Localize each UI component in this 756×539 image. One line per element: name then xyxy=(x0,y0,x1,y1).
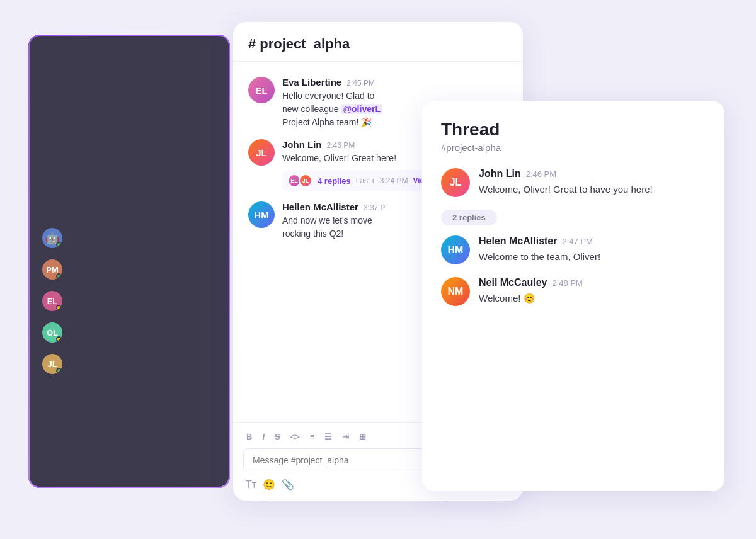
thread-time-john: 2:46 PM xyxy=(526,169,556,179)
msg-author-hellen: Hellen McAllister xyxy=(282,201,358,212)
format-button[interactable]: ⊞ xyxy=(356,430,369,443)
avatar-eva: EL xyxy=(248,77,275,103)
avatar-john-dm: JL xyxy=(42,354,62,374)
chat-channel-name: # project_alpha xyxy=(248,36,508,52)
hash-icon: # xyxy=(49,109,54,120)
thread-message-john: JL John Lin 2:46 PM Welcome, Oliver! Gre… xyxy=(441,168,706,197)
sidebar-item-development[interactable]: 🔒 development xyxy=(35,127,224,151)
thread-panel: Thread #project-alpha JL John Lin 2:46 P… xyxy=(422,101,724,491)
avatar-john-msg: JL xyxy=(248,139,275,166)
status-dot-oliver xyxy=(56,336,62,342)
dm-chevron-icon[interactable]: ▾ xyxy=(42,205,46,212)
dm-item-eve[interactable]: EL Eve Libertine xyxy=(28,285,230,317)
sidebar: ☰ All unreads ▾ CHANNELS ⊕ # project_alp… xyxy=(28,35,230,488)
mention-oliver: @oliverL xyxy=(341,104,382,114)
status-dot-eve xyxy=(56,305,62,310)
thread-message-neil: NM Neil McCauley 2:48 PM Welcome! 😊 xyxy=(441,277,706,306)
avatar-eve: EL xyxy=(42,291,62,311)
hamburger-icon[interactable]: ☰ xyxy=(42,50,52,64)
thread-text-helen: Welcome to the team, Oliver! xyxy=(479,249,706,264)
emoji-button[interactable]: 🙂 xyxy=(263,479,275,491)
avatar-hellen: HM xyxy=(248,201,275,228)
msg-author-john: John Lin xyxy=(282,139,322,150)
msg-time-hellen: 3:37 P xyxy=(364,203,386,212)
chat-header: # project_alpha xyxy=(233,22,523,62)
thread-last-time: 3:24 PM xyxy=(380,176,408,185)
msg-author-eva: Eva Libertine xyxy=(282,77,341,88)
sidebar-divider xyxy=(42,185,216,186)
thread-message-helen: HM Helen McAllister 2:47 PM Welcome to t… xyxy=(441,235,706,264)
replies-divider: 2 replies xyxy=(441,210,706,225)
status-dot-john xyxy=(56,368,62,373)
thread-text-john: Welcome, Oliver! Great to have you here! xyxy=(479,182,706,196)
channels-label: ▾ CHANNELS xyxy=(42,84,96,93)
status-dot-pumblebot xyxy=(56,242,62,247)
thread-msg-content-neil: Neil McCauley 2:48 PM Welcome! 😊 xyxy=(479,277,706,306)
status-dot-philip xyxy=(56,273,62,279)
dm-section-header: ▾ DIRECT MESSAGES ⊕ xyxy=(28,196,230,220)
italic-button[interactable]: I xyxy=(259,430,268,443)
hash-icon-2: # xyxy=(49,157,54,169)
sidebar-item-project-alpha[interactable]: # project_alpha xyxy=(35,103,224,127)
avatar-oliver: OL xyxy=(42,322,62,343)
ul-button[interactable]: ☰ xyxy=(321,430,335,443)
avatar-helen-thread: HM xyxy=(441,235,470,264)
attach-button[interactable]: 📎 xyxy=(282,479,294,491)
thread-panel-channel: #project-alpha xyxy=(441,142,706,153)
strikethrough-button[interactable]: S xyxy=(272,430,284,443)
thread-avatars: EL JL xyxy=(287,174,312,188)
dm-item-oliver[interactable]: OL Oliver Lee xyxy=(28,317,230,348)
msg-time-eva: 2:45 PM xyxy=(346,79,375,88)
add-channel-icon[interactable]: ⊕ xyxy=(207,81,216,95)
thread-time-neil: 2:48 PM xyxy=(552,278,582,288)
thread-panel-title: Thread xyxy=(441,120,706,140)
dm-item-john[interactable]: JL John Lin xyxy=(28,348,230,380)
indent-button[interactable]: ⇥ xyxy=(339,430,352,443)
channels-section-header: ▾ CHANNELS ⊕ xyxy=(28,76,230,100)
thread-author-helen: Helen McAllister xyxy=(479,235,557,247)
dm-item-philip[interactable]: PM Philip Mccoy xyxy=(28,254,230,285)
thread-replies-count: 4 replies xyxy=(318,176,351,186)
avatar-neil-thread: NM xyxy=(441,277,470,306)
thread-text-neil: Welcome! 😊 xyxy=(479,291,706,305)
thread-msg-content-john: John Lin 2:46 PM Welcome, Oliver! Great … xyxy=(479,168,706,197)
sidebar-header: ☰ All unreads xyxy=(28,50,230,76)
dm-label: ▾ DIRECT MESSAGES xyxy=(42,203,132,212)
code-button[interactable]: <> xyxy=(287,430,303,443)
dm-item-pumblebot[interactable]: 🤖 Pumblebot xyxy=(28,222,230,254)
replies-count-badge: 2 replies xyxy=(441,210,497,225)
ol-button[interactable]: ≡ xyxy=(307,430,318,443)
channel-hash-icon: # xyxy=(248,36,256,52)
add-dm-icon[interactable]: ⊕ xyxy=(207,201,216,215)
bold-button[interactable]: B xyxy=(243,430,255,443)
thread-last-label: Last r xyxy=(356,176,375,185)
thread-msg-content-helen: Helen McAllister 2:47 PM Welcome to the … xyxy=(479,235,706,264)
thread-time-helen: 2:47 PM xyxy=(562,237,592,246)
sidebar-item-onboarding[interactable]: # onboarding xyxy=(35,151,224,175)
lock-icon: 🔒 xyxy=(49,133,61,145)
avatar-pumblebot: 🤖 xyxy=(42,228,62,248)
channels-chevron-icon[interactable]: ▾ xyxy=(42,85,46,92)
thread-avatar-2: JL xyxy=(299,174,312,188)
sidebar-title: All unreads xyxy=(60,50,122,64)
avatar-philip: PM xyxy=(42,259,62,280)
avatar-john-thread: JL xyxy=(441,168,470,197)
msg-time-john: 2:46 PM xyxy=(327,141,355,150)
text-format-button[interactable]: Tт xyxy=(246,479,256,491)
thread-author-john: John Lin xyxy=(479,168,521,179)
thread-author-neil: Neil McCauley xyxy=(479,277,547,288)
